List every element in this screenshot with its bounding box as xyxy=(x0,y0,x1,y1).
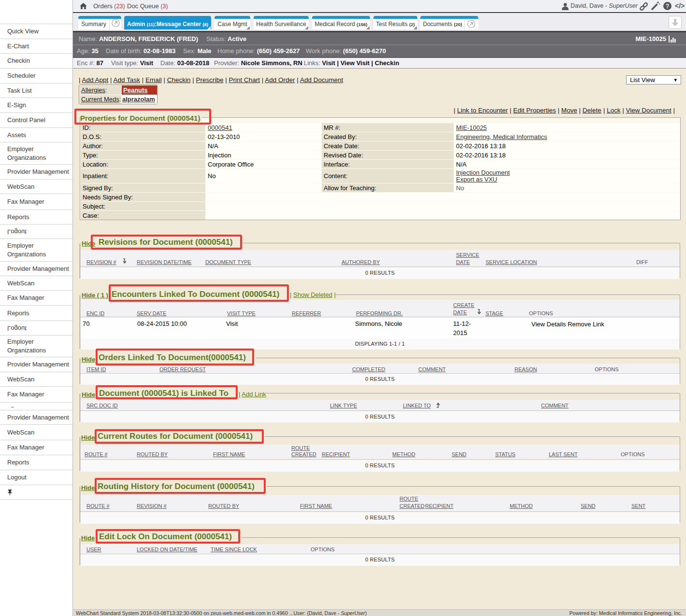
svg-text:?: ? xyxy=(666,3,669,10)
